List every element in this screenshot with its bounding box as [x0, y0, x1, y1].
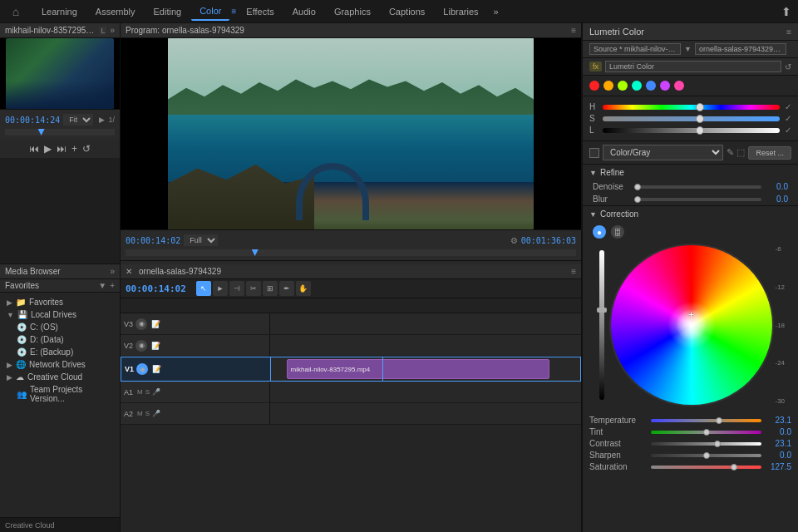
home-icon[interactable]: ⌂ — [7, 2, 25, 21]
track-eye-v2[interactable]: ◉ — [135, 340, 147, 352]
nav-assembly[interactable]: Assembly — [87, 3, 144, 20]
sharpen-track[interactable] — [651, 454, 761, 457]
nav-color[interactable]: Color — [191, 2, 229, 21]
video-clip-v1[interactable]: mikhail-nilov-8357295.mp4 — [287, 359, 549, 379]
color-dot-cyan[interactable] — [632, 81, 642, 91]
temperature-thumb[interactable] — [716, 417, 722, 424]
nav-learning[interactable]: Learning — [33, 3, 86, 20]
tree-local-drives[interactable]: ▼ 💾 Local Drives — [3, 308, 116, 321]
sharpen-thumb[interactable] — [703, 452, 710, 459]
media-browser-menu[interactable]: » — [110, 267, 115, 276]
favorites-dropdown[interactable]: ▼ — [98, 281, 106, 290]
blur-track[interactable] — [638, 198, 761, 201]
lumetri-source-dropdown[interactable]: Source * mikhail-nilov-8357... — [589, 43, 681, 55]
contrast-thumb[interactable] — [714, 441, 721, 447]
color-wheel[interactable]: + — [611, 245, 772, 405]
blur-thumb[interactable] — [634, 196, 641, 203]
hsl-h-check[interactable]: ✓ — [785, 102, 791, 111]
program-playhead[interactable] — [252, 249, 259, 256]
correction-header[interactable]: ▼ Correction — [583, 206, 798, 222]
tint-thumb[interactable] — [703, 429, 710, 436]
denoise-thumb[interactable] — [634, 184, 641, 190]
refine-header[interactable]: ▼ Refine — [583, 165, 798, 180]
slip-tool[interactable]: ⊞ — [263, 281, 278, 296]
source-fit-select[interactable]: Fit — [63, 114, 93, 126]
lumetri-effect-dropdown[interactable]: Lumetri Color — [605, 61, 781, 72]
track-select-tool[interactable]: ► — [213, 281, 228, 296]
saturation-track[interactable] — [651, 466, 761, 469]
nav-audio[interactable]: Audio — [284, 3, 324, 20]
wheel-crosshair[interactable]: + — [688, 309, 694, 321]
hand-tool[interactable]: ✋ — [296, 281, 311, 296]
share-icon[interactable]: ⬆ — [781, 5, 791, 18]
hsl-l-thumb[interactable] — [696, 126, 704, 135]
nav-captions[interactable]: Captions — [381, 3, 433, 20]
source-playback-icon[interactable]: ▶ — [99, 116, 105, 124]
tree-c-drive[interactable]: 💿 C: (OS) — [3, 321, 116, 333]
nav-more[interactable]: » — [489, 3, 504, 20]
colorgray-external-icon[interactable]: ⬚ — [736, 147, 745, 158]
nav-graphics[interactable]: Graphics — [326, 3, 379, 20]
color-wheel-icon[interactable]: ● — [593, 225, 606, 239]
favorites-add[interactable]: + — [110, 281, 115, 290]
timeline-menu[interactable]: ≡ — [571, 267, 576, 276]
color-dot-blue[interactable] — [646, 81, 656, 91]
timeline-close[interactable]: ✕ — [126, 267, 132, 276]
brightness-thumb[interactable] — [597, 308, 607, 313]
nav-libraries[interactable]: Libraries — [435, 3, 486, 20]
selection-tool[interactable]: ↖ — [196, 281, 211, 296]
tree-network[interactable]: ▶ 🌐 Network Drives — [3, 358, 116, 371]
nav-effects[interactable]: Effects — [238, 3, 282, 20]
pen-tool[interactable]: ✒ — [279, 281, 294, 296]
lumetri-menu[interactable]: ≡ — [786, 27, 791, 37]
source-loop[interactable]: ↺ — [82, 143, 91, 155]
source-step-forward[interactable]: ⏭ — [57, 143, 66, 155]
tree-e-drive[interactable]: 💿 E: (Backup) — [3, 346, 116, 358]
nav-editing[interactable]: Editing — [145, 3, 190, 20]
hsl-h-thumb[interactable] — [696, 103, 704, 111]
source-panel-menu[interactable]: » — [110, 26, 115, 35]
source-add-marker[interactable]: + — [71, 143, 77, 155]
colorgray-checkbox[interactable] — [589, 148, 599, 158]
reset-button[interactable]: Reset ... — [748, 146, 791, 160]
razor-tool[interactable]: ✂ — [246, 281, 261, 296]
program-settings-icon[interactable]: ⚙ — [510, 236, 518, 245]
lumetri-source-arrow[interactable]: ▼ — [684, 45, 692, 53]
color-dot-orange[interactable] — [603, 81, 613, 91]
denoise-track[interactable] — [638, 185, 761, 189]
program-panel-menu[interactable]: ≡ — [571, 26, 576, 35]
track-eye-v3[interactable]: ◉ — [135, 318, 147, 330]
source-playhead[interactable] — [38, 129, 45, 135]
tree-creative-cloud[interactable]: ▶ ☁ Creative Cloud — [3, 371, 116, 383]
contrast-track[interactable] — [651, 442, 761, 446]
tint-track[interactable] — [651, 431, 761, 434]
colorgray-dropdown[interactable]: Color/Gray — [603, 145, 723, 160]
tree-d-drive[interactable]: 💿 D: (Data) — [3, 333, 116, 346]
hsl-l-track[interactable] — [603, 128, 780, 133]
tree-favorites[interactable]: ▶ 📁 Favorites — [3, 296, 116, 308]
color-dot-purple[interactable] — [660, 81, 670, 91]
color-dot-yellow-green[interactable] — [618, 81, 628, 91]
temperature-track[interactable] — [651, 419, 761, 422]
bars-icon[interactable]: 🎛 — [611, 225, 624, 239]
hsl-s-check[interactable]: ✓ — [785, 114, 791, 123]
hsl-h-track[interactable] — [603, 105, 780, 110]
colorgray-edit-icon[interactable]: ✎ — [727, 147, 734, 158]
timeline-controls: 00:00:14:02 ↖ ► ⊣ ✂ ⊞ ✒ ✋ — [121, 279, 581, 298]
brightness-track[interactable] — [599, 250, 604, 400]
source-step-back[interactable]: ⏮ — [29, 143, 39, 155]
lumetri-reset-icon[interactable]: ↺ — [785, 62, 791, 71]
color-dot-red[interactable] — [589, 81, 599, 91]
hsl-s-thumb[interactable] — [696, 115, 704, 123]
program-fit-select[interactable]: Full — [184, 234, 218, 246]
tree-team-projects[interactable]: 👥 Team Projects Version... — [3, 383, 116, 405]
color-dot-pink[interactable] — [674, 81, 684, 91]
hsl-s-track[interactable] — [603, 116, 780, 121]
saturation-thumb[interactable] — [731, 464, 737, 470]
hsl-l-check[interactable]: ✓ — [785, 126, 791, 135]
track-eye-v1[interactable]: ◉ — [136, 363, 148, 375]
lumetri-program-dropdown[interactable]: ornella-salas-9794329 * m... — [695, 43, 786, 55]
ripple-tool[interactable]: ⊣ — [229, 281, 244, 296]
source-play[interactable]: ▶ — [44, 143, 52, 155]
nav-hamburger-icon[interactable]: ≡ — [231, 7, 236, 16]
